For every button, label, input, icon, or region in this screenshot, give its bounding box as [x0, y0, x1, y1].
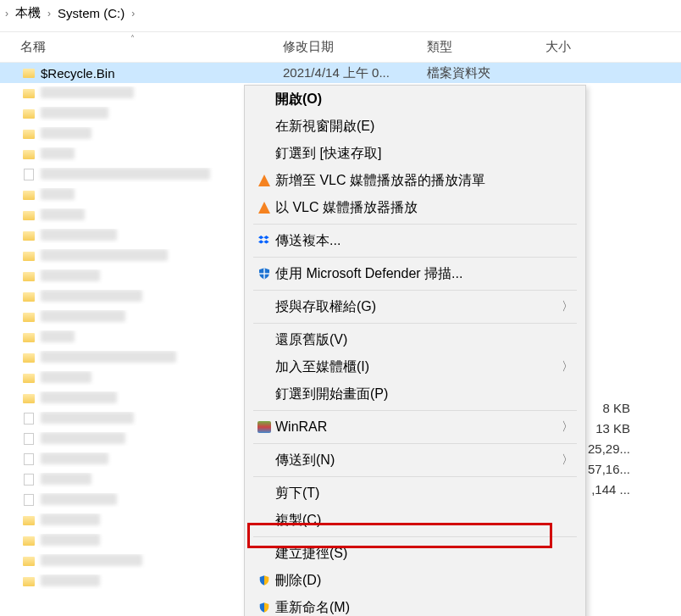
- ctx-pin-quick-access[interactable]: 釘選到 [快速存取]: [245, 140, 585, 167]
- folder-icon: [20, 374, 37, 383]
- folder-icon: [20, 89, 37, 98]
- separator: [253, 257, 577, 258]
- chevron-right-icon: ›: [5, 8, 8, 19]
- chevron-right-icon: ›: [131, 8, 135, 19]
- submenu-arrow-icon: 〉: [562, 359, 573, 375]
- file-icon: [20, 169, 37, 180]
- separator: [253, 536, 577, 537]
- folder-icon: [20, 272, 37, 281]
- separator: [253, 323, 577, 324]
- ctx-dropbox-send-copy[interactable]: 傳送複本...: [245, 227, 585, 254]
- folder-icon: [20, 130, 37, 139]
- ctx-open-new-window[interactable]: 在新視窗開啟(E): [245, 113, 585, 140]
- ctx-open[interactable]: 開啟(O): [245, 86, 585, 113]
- separator: [253, 410, 577, 411]
- ctx-copy[interactable]: 複製(C): [245, 507, 585, 534]
- submenu-arrow-icon: 〉: [562, 419, 573, 435]
- file-row-selected[interactable]: $Recycle.Bin 2021/4/14 上午 0... 檔案資料夾: [0, 63, 681, 83]
- ctx-create-shortcut[interactable]: 建立捷徑(S): [245, 540, 585, 567]
- column-size[interactable]: 大小: [545, 39, 613, 55]
- winrar-icon: [253, 421, 275, 433]
- sort-caret-icon: ˄: [130, 34, 135, 43]
- dropbox-icon: [253, 235, 275, 247]
- ctx-grant-access[interactable]: 授與存取權給(G)〉: [245, 293, 585, 320]
- folder-icon: [20, 516, 37, 525]
- uac-shield-icon: [253, 574, 275, 586]
- submenu-arrow-icon: 〉: [562, 452, 573, 468]
- folder-icon: [20, 292, 37, 302]
- file-icon: [20, 413, 37, 425]
- file-sizes-peek: 8 KB 13 KB 25,29... 57,16... ,144 ...: [588, 398, 630, 500]
- uac-shield-icon: [253, 602, 275, 613]
- folder-icon: [20, 191, 37, 200]
- column-type[interactable]: 類型: [427, 39, 545, 55]
- file-date: 2021/4/14 上午 0...: [283, 65, 427, 81]
- folder-icon: [20, 394, 37, 403]
- folder-icon: [20, 109, 37, 119]
- file-icon: [20, 474, 37, 486]
- column-date[interactable]: 修改日期: [283, 39, 427, 55]
- ctx-vlc-play[interactable]: 以 VLC 媒體播放器播放: [245, 194, 585, 221]
- chevron-right-icon: ›: [47, 8, 51, 19]
- ctx-winrar[interactable]: WinRAR〉: [245, 413, 585, 441]
- file-type: 檔案資料夾: [427, 65, 545, 81]
- folder-icon: [20, 353, 37, 363]
- file-icon: [20, 494, 37, 506]
- ctx-pin-to-start[interactable]: 釘選到開始畫面(P): [245, 380, 585, 408]
- ctx-add-to-library[interactable]: 加入至媒體櫃(I)〉: [245, 353, 585, 380]
- folder-icon: [20, 333, 37, 342]
- defender-shield-icon: [253, 267, 275, 280]
- separator: [253, 224, 577, 225]
- folder-icon: [20, 69, 37, 78]
- ctx-cut[interactable]: 剪下(T): [245, 480, 585, 507]
- breadcrumb[interactable]: › 本機 › System (C:) ›: [0, 0, 681, 31]
- folder-icon: [20, 252, 37, 261]
- context-menu: 開啟(O) 在新視窗開啟(E) 釘選到 [快速存取] 新增至 VLC 媒體播放器…: [244, 85, 586, 616]
- folder-icon: [20, 150, 37, 159]
- ctx-delete[interactable]: 刪除(D): [245, 567, 585, 594]
- breadcrumb-part[interactable]: System (C:): [58, 6, 125, 20]
- separator: [253, 290, 577, 291]
- ctx-restore-previous[interactable]: 還原舊版(V): [245, 326, 585, 353]
- ctx-defender-scan[interactable]: 使用 Microsoft Defender 掃描...: [245, 260, 585, 287]
- file-icon: [20, 453, 37, 465]
- vlc-icon: [253, 202, 275, 214]
- breadcrumb-part[interactable]: 本機: [15, 5, 41, 21]
- svg-rect-1: [259, 273, 269, 274]
- submenu-arrow-icon: 〉: [562, 299, 573, 314]
- ctx-vlc-add-playlist[interactable]: 新增至 VLC 媒體播放器的播放清單: [245, 167, 585, 194]
- separator: [253, 476, 577, 477]
- file-icon: [20, 433, 37, 445]
- ctx-rename[interactable]: 重新命名(M): [245, 594, 585, 616]
- ctx-send-to[interactable]: 傳送到(N)〉: [245, 447, 585, 474]
- folder-icon: [20, 577, 37, 586]
- separator: [253, 443, 577, 444]
- column-headers: 名稱 ˄ 修改日期 類型 大小: [0, 32, 681, 63]
- folder-icon: [20, 557, 37, 566]
- folder-icon: [20, 231, 37, 241]
- vlc-icon: [253, 175, 275, 186]
- folder-icon: [20, 536, 37, 546]
- folder-icon: [20, 211, 37, 220]
- folder-icon: [20, 313, 37, 322]
- file-name: $Recycle.Bin: [37, 66, 283, 80]
- column-name[interactable]: 名稱 ˄: [20, 39, 283, 55]
